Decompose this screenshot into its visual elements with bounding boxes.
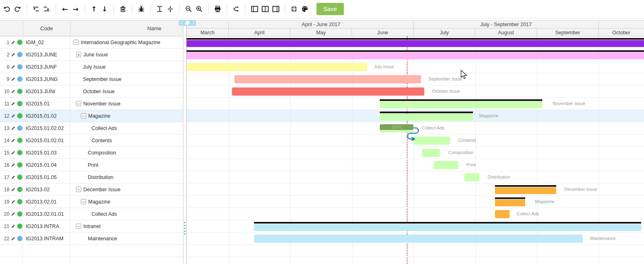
table-row[interactable]: 10 IG2013.JUNI October Issue [0,85,183,98]
edit-task-button[interactable] [11,138,16,143]
column-divider[interactable] [70,21,71,36]
indent-button[interactable] [41,3,52,15]
edit-task-button[interactable] [11,40,16,45]
task-code-cell[interactable]: IG2013.JUNF [23,61,70,73]
table-row[interactable]: 15 IG2015.01.03 Composition [0,147,183,159]
delete-task-button[interactable] [118,3,128,15]
status-dot[interactable] [17,199,22,204]
task-code-cell[interactable]: IG2015.01.02.02 [23,122,70,134]
status-dot[interactable] [17,125,22,131]
splitter-knob[interactable] [185,21,189,25]
edit-task-button[interactable] [11,52,16,57]
status-dot[interactable] [17,175,22,180]
expand-rows-button[interactable] [154,3,165,15]
expand-collapse-toggle[interactable] [81,113,86,119]
fit-screen-button[interactable] [289,3,299,15]
task-code-cell[interactable]: IG2013.INTRAM [23,233,70,244]
table-row[interactable]: 17 IG2015.01.05 Distribution [0,171,183,183]
table-row[interactable]: 18 IG2013.02 December Issue [0,183,183,196]
task-bar[interactable]: 100% [380,124,413,132]
task-name-cell[interactable]: July Issue [70,61,183,73]
task-name-cell[interactable]: September Issue [70,73,183,85]
table-row[interactable]: 14 IG2015.01.02.01 Contents [0,134,183,147]
task-name-cell[interactable]: Composition [70,147,183,159]
task-bar[interactable] [413,136,450,145]
task-code-cell[interactable]: IG2015.01.02.01 [23,134,70,146]
task-bar[interactable] [187,40,644,47]
task-name-cell[interactable]: October Issue [70,85,183,97]
edit-task-button[interactable] [11,199,16,204]
undo-button[interactable] [2,3,12,15]
task-code-cell[interactable]: IG2013.JUNE [23,49,70,60]
task-code-cell[interactable]: IG2015.01.05 [23,171,70,183]
table-row[interactable]: 20 IG2013.02.01.01 Collect Ads [0,208,183,220]
edit-task-button[interactable] [11,150,16,155]
expand-collapse-toggle[interactable] [81,199,86,204]
task-bar[interactable] [234,75,421,83]
task-bar[interactable] [495,199,525,206]
status-dot[interactable] [17,224,22,229]
table-row[interactable]: 8 IG2013.JUNF July Issue [0,61,183,73]
table-row[interactable]: 19 IG2013.02.01 Magazine [0,196,183,208]
edit-task-button[interactable] [11,224,16,228]
task-name-cell[interactable]: December Issue [70,183,183,195]
move-right-button[interactable]: → [70,3,81,15]
task-bar[interactable] [254,224,641,231]
print-button[interactable] [212,3,223,15]
edit-task-button[interactable] [11,89,16,94]
table-row[interactable]: 16 IG2015.01.04 Print [0,159,183,171]
task-bar[interactable] [464,173,479,181]
table-row[interactable]: 12 IG2015.01.02 Magazine [0,110,183,122]
edit-task-button[interactable] [11,187,16,192]
table-row[interactable]: 13 IG2015.01.02.02 Collect Ads [0,122,183,134]
outdent-button[interactable] [31,3,41,15]
task-name-cell[interactable]: Print [70,159,183,171]
chevron-left-icon[interactable]: ‹ [180,20,182,25]
task-code-cell[interactable]: IG2015.01.04 [23,159,70,171]
task-name-cell[interactable]: Intranet [70,220,183,232]
expand-collapse-toggle[interactable] [76,224,81,229]
task-code-cell[interactable]: IG2013.02 [23,183,70,195]
task-bar[interactable] [254,235,583,243]
status-dot[interactable] [17,236,22,241]
status-dot[interactable] [17,101,22,106]
task-name-cell[interactable]: Collect Ads [70,122,183,134]
task-bar[interactable] [495,187,556,194]
edit-task-button[interactable] [11,77,16,81]
layout-left-button[interactable] [249,3,260,15]
status-dot[interactable] [17,89,22,94]
bug-report-button[interactable] [136,3,147,15]
expand-collapse-toggle[interactable] [76,187,81,192]
edit-task-button[interactable] [11,101,16,106]
task-bar[interactable] [232,87,424,96]
table-row[interactable]: 9 IG2013.JUNG September Issue [0,73,183,85]
status-dot[interactable] [17,113,22,119]
task-code-cell[interactable]: IG2013.INTRA [23,220,70,232]
zoom-out-button[interactable] [183,3,194,15]
task-bar[interactable] [422,149,440,157]
task-bar[interactable] [380,101,542,108]
task-name-cell[interactable]: Collect Ads [70,208,183,220]
expand-collapse-toggle[interactable] [76,52,81,57]
task-name-cell[interactable]: June Issue [70,49,183,60]
table-row[interactable]: 21 IG2013.INTRA Intranet [0,220,183,233]
splitter-drag-handle[interactable] [184,222,186,235]
task-bar[interactable] [380,114,473,121]
chevron-right-icon[interactable]: › [193,20,194,25]
zoom-in-button[interactable] [194,3,205,15]
edit-task-button[interactable] [11,236,16,241]
task-name-cell[interactable]: Distribution [70,171,183,183]
task-name-cell[interactable]: Magazine [70,110,183,122]
collapse-rows-button[interactable] [165,3,176,15]
status-dot[interactable] [17,138,22,143]
status-dot[interactable] [17,162,22,168]
task-code-cell[interactable]: IG2013.JUNI [23,85,70,97]
edit-task-button[interactable] [11,126,16,130]
panel-splitter-control[interactable]: ‹ › [179,20,196,26]
task-code-cell[interactable]: IG2013.JUNG [23,73,70,85]
edit-task-button[interactable] [11,212,16,216]
layout-center-button[interactable] [260,3,270,15]
table-row[interactable]: 22 IG2013.INTRAM Maintenance [0,233,183,245]
status-dot[interactable] [17,211,22,217]
task-code-cell[interactable]: IG2015.01.03 [23,147,70,159]
